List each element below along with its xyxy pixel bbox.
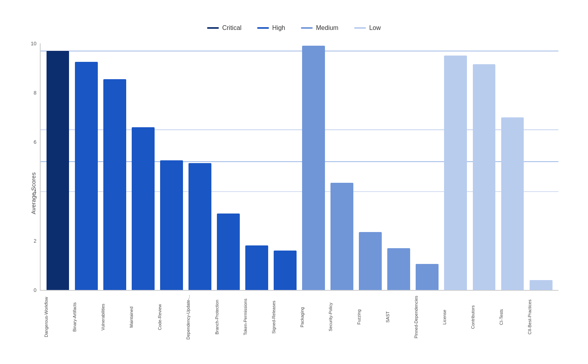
chart-area: Average Scores 0246810 Dangerous-Workflo… xyxy=(30,43,558,344)
x-label-16: CI-Tests xyxy=(499,292,526,344)
bar-group-16 xyxy=(499,43,526,290)
bar-group-9 xyxy=(300,43,327,290)
x-label-9: Packaging xyxy=(300,292,327,344)
y-tick-4: 4 xyxy=(34,188,36,194)
bar-group-4 xyxy=(158,43,185,290)
bar-group-10 xyxy=(329,43,355,290)
x-label-2: Vulnerabilities xyxy=(101,292,127,344)
bar-4 xyxy=(160,160,183,290)
bar-0 xyxy=(47,51,69,290)
bar-group-17 xyxy=(528,43,554,290)
bar-15 xyxy=(473,64,496,290)
bar-12 xyxy=(387,248,410,290)
legend-label-critical: Critical xyxy=(222,24,241,32)
bar-group-1 xyxy=(73,43,100,290)
legend-item-critical: Critical xyxy=(207,24,241,32)
legend-label-low: Low xyxy=(369,24,381,32)
bar-14 xyxy=(444,56,467,290)
bar-group-15 xyxy=(470,43,497,290)
bar-2 xyxy=(103,79,126,290)
x-label-12: SAST xyxy=(385,292,412,344)
bar-group-11 xyxy=(357,43,384,290)
bar-5 xyxy=(189,163,211,290)
x-label-4: Code-Review xyxy=(157,292,184,344)
bar-group-6 xyxy=(215,43,242,290)
legend-dash-critical xyxy=(207,27,219,29)
legend-label-medium: Medium xyxy=(316,24,338,32)
bar-group-12 xyxy=(385,43,412,290)
plot-area: 0246810 xyxy=(40,43,558,291)
legend-label-high: High xyxy=(272,24,285,32)
legend-dash-high xyxy=(257,27,269,29)
bars-wrapper xyxy=(41,43,558,290)
y-tick-10: 10 xyxy=(31,41,36,46)
x-labels: Dangerous-WorkflowBinary-ArtifactsVulner… xyxy=(40,292,558,344)
y-tick-8: 8 xyxy=(34,90,36,96)
legend-dash-low xyxy=(354,27,366,29)
legend-dash-medium xyxy=(301,27,313,29)
bar-7 xyxy=(245,245,268,290)
bar-11 xyxy=(359,232,382,290)
x-label-7: Token-Permissions xyxy=(243,292,270,344)
x-label-5: Dependency-Update-... xyxy=(186,292,213,344)
bar-group-8 xyxy=(272,43,299,290)
bar-group-2 xyxy=(101,43,128,290)
bar-10 xyxy=(330,183,353,290)
x-label-3: Maintained xyxy=(129,292,156,344)
bar-group-0 xyxy=(45,43,71,290)
bar-group-7 xyxy=(243,43,270,290)
bar-13 xyxy=(416,264,439,290)
y-tick-2: 2 xyxy=(34,238,36,243)
x-label-10: Security-Policy xyxy=(328,292,355,344)
bar-1 xyxy=(75,62,98,290)
bar-group-14 xyxy=(442,43,469,290)
y-tick-0: 0 xyxy=(34,287,36,293)
legend-item-low: Low xyxy=(354,24,381,32)
x-label-17: CII-Best-Practices xyxy=(527,292,554,344)
chart-container: CriticalHighMediumLow Average Scores 024… xyxy=(14,13,574,351)
chart-legend: CriticalHighMediumLow xyxy=(207,24,381,32)
x-label-0: Dangerous-Workflow xyxy=(44,292,71,344)
x-label-15: Contributors xyxy=(470,292,497,344)
x-label-8: Signed-Releases xyxy=(271,292,298,344)
legend-item-high: High xyxy=(257,24,285,32)
x-label-11: Fuzzing xyxy=(357,292,383,344)
bar-3 xyxy=(132,127,155,290)
bar-group-5 xyxy=(187,43,213,290)
bar-group-3 xyxy=(130,43,157,290)
bar-group-13 xyxy=(414,43,441,290)
x-label-1: Binary-Artifacts xyxy=(72,292,99,344)
y-axis-ticks: 0246810 xyxy=(25,43,39,290)
bar-8 xyxy=(274,251,297,290)
bar-17 xyxy=(530,280,553,290)
y-tick-6: 6 xyxy=(34,139,36,145)
x-label-13: Pinned-Dependencies xyxy=(414,292,441,344)
legend-item-medium: Medium xyxy=(301,24,338,32)
bar-6 xyxy=(217,214,240,290)
bar-9 xyxy=(302,46,325,290)
x-label-14: License xyxy=(442,292,469,344)
bar-16 xyxy=(501,117,524,290)
x-label-6: Branch-Protection xyxy=(215,292,241,344)
chart-inner: 0246810 Dangerous-WorkflowBinary-Artifac… xyxy=(40,43,558,344)
